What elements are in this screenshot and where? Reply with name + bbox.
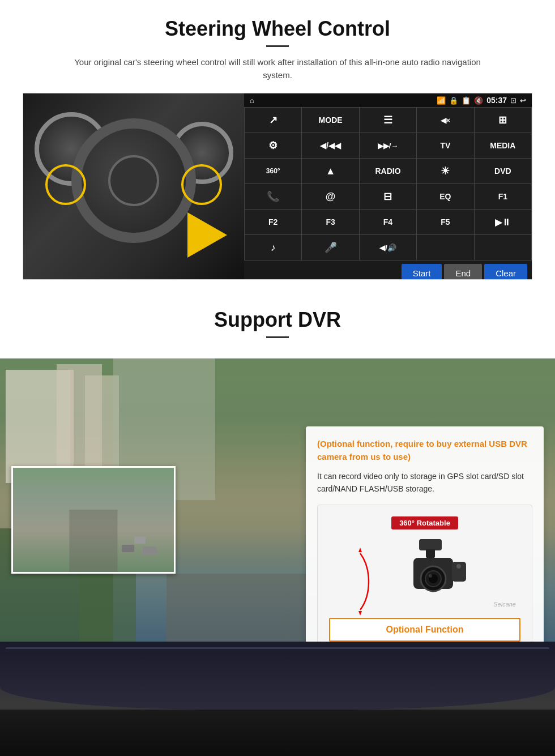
btn-music[interactable]: ♪	[245, 235, 301, 260]
brand-watermark: Seicane	[493, 601, 516, 608]
btn-eject[interactable]: ▲	[302, 159, 358, 183]
dvr-content: (Optional function, require to buy exter…	[0, 358, 555, 756]
btn-f5[interactable]: F5	[417, 210, 473, 234]
btn-phone[interactable]: 📞	[245, 184, 301, 209]
btn-f1[interactable]: F1	[475, 184, 531, 209]
btn-dvd[interactable]: DVD	[475, 159, 531, 183]
lock-icon: 🔒	[449, 96, 458, 105]
svg-rect-3	[426, 549, 435, 558]
svg-rect-2	[419, 539, 442, 550]
end-button[interactable]: End	[444, 264, 482, 280]
btn-playpause[interactable]: ▶⏸	[475, 210, 531, 234]
btn-mute[interactable]: ◀×	[417, 108, 473, 133]
dvr-divider	[266, 336, 289, 338]
btn-brightness[interactable]: ☀	[417, 159, 473, 183]
btn-empty1	[417, 235, 473, 260]
steering-wheel-inner	[108, 155, 159, 206]
camera-illustration: Seicane	[329, 536, 520, 610]
btn-settings[interactable]: ⚙	[245, 133, 301, 158]
yellow-arrow	[187, 212, 227, 258]
btn-mode[interactable]: MODE	[302, 108, 358, 133]
dvr-inset-photo	[11, 466, 176, 574]
btn-f4[interactable]: F4	[360, 210, 416, 234]
optional-function-button[interactable]: Optional Function	[329, 618, 520, 642]
btn-web[interactable]: @	[302, 184, 358, 209]
highlight-circle-left	[45, 164, 86, 205]
btn-eq[interactable]: EQ	[417, 184, 473, 209]
steering-composite: ⌂ 📶 🔒 📋 🔇 05:37 ⊡ ↩ ↗ MODE ☰ ◀×	[23, 93, 532, 280]
steering-wheel-outer	[71, 118, 196, 243]
steering-section: Steering Wheel Control Your original car…	[0, 0, 555, 291]
btn-window[interactable]: ⊟	[360, 184, 416, 209]
panel-grid: ↗ MODE ☰ ◀× ⊞ ⚙ ◀/◀◀ ▶▶/→ TV MEDIA 360° …	[244, 107, 532, 260]
wifi-icon: 📶	[437, 96, 446, 105]
panel-topbar-left: ⌂	[250, 96, 254, 105]
control-panel: ⌂ 📶 🔒 📋 🔇 05:37 ⊡ ↩ ↗ MODE ☰ ◀×	[244, 93, 532, 279]
btn-radio[interactable]: RADIO	[360, 159, 416, 183]
start-button[interactable]: Start	[402, 264, 442, 280]
badge-360: 360° Rotatable	[329, 516, 520, 536]
btn-next[interactable]: ▶▶/→	[360, 133, 416, 158]
back-icon: ↩	[520, 96, 526, 105]
btn-nav-up[interactable]: ↗	[245, 108, 301, 133]
dvr-description: It can record video only to storage in G…	[317, 470, 532, 496]
camera-product-box: 360° Rotatable	[317, 505, 532, 654]
btn-f3[interactable]: F3	[302, 210, 358, 234]
svg-point-8	[429, 574, 432, 578]
btn-360[interactable]: 360°	[245, 159, 301, 183]
btn-media[interactable]: MEDIA	[475, 133, 531, 158]
btn-empty2	[475, 235, 531, 260]
panel-topbar: ⌂ 📶 🔒 📋 🔇 05:37 ⊡ ↩	[244, 93, 532, 107]
btn-apps[interactable]: ⊞	[475, 108, 531, 133]
dvr-title: Support DVR	[23, 308, 532, 332]
svg-marker-0	[358, 548, 362, 552]
btn-tv[interactable]: TV	[417, 133, 473, 158]
steering-title: Steering Wheel Control	[23, 17, 532, 41]
sim-icon: 📋	[462, 96, 471, 105]
camera-body-svg	[385, 539, 476, 607]
svg-marker-1	[358, 611, 362, 616]
sound-icon: 🔇	[474, 96, 483, 105]
steering-photo	[23, 93, 244, 280]
btn-f2[interactable]: F2	[245, 210, 301, 234]
dvr-title-area: Support DVR	[0, 308, 555, 358]
window-icon: ⊡	[510, 96, 516, 105]
steering-divider	[266, 45, 289, 47]
btn-mic[interactable]: 🎤	[302, 235, 358, 260]
dvr-section: Support DVR	[0, 291, 555, 756]
rotate-arrow-svg	[346, 548, 374, 616]
highlight-circle-right	[181, 164, 222, 205]
dvr-bottom-car-photo	[0, 642, 555, 756]
clear-button[interactable]: Clear	[484, 264, 527, 280]
dvr-optional-text: (Optional function, require to buy exter…	[317, 438, 532, 463]
btn-voldown[interactable]: ◀/🔊	[360, 235, 416, 260]
panel-bottom-bar: Start End Clear	[244, 260, 532, 280]
btn-menu[interactable]: ☰	[360, 108, 416, 133]
panel-topbar-right: 📶 🔒 📋 🔇 05:37 ⊡ ↩	[437, 96, 526, 105]
dvr-info-card: (Optional function, require to buy exter…	[306, 426, 544, 665]
clock-display: 05:37	[486, 96, 507, 105]
btn-prev[interactable]: ◀/◀◀	[302, 133, 358, 158]
steering-description: Your original car's steering wheel contr…	[65, 56, 490, 82]
home-icon: ⌂	[250, 96, 254, 105]
svg-point-10	[456, 564, 461, 569]
